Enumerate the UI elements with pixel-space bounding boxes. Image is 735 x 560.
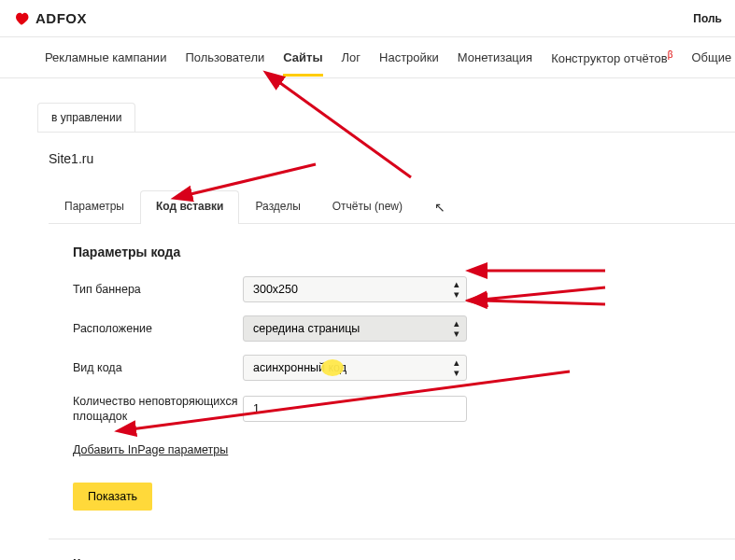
label-banner-type: Тип баннера bbox=[73, 283, 243, 296]
link-add-inpage[interactable]: Добавить InPage параметры bbox=[73, 443, 228, 456]
label-code-kind: Вид кода bbox=[73, 361, 243, 374]
subtab-managed[interactable]: в управлении bbox=[37, 103, 135, 132]
input-slot-count[interactable] bbox=[243, 396, 467, 422]
nav-report-builder[interactable]: Конструктор отчётовβ bbox=[551, 38, 672, 77]
site-name: Site1.ru bbox=[49, 151, 735, 166]
main-nav: Рекламные кампании Пользователи Сайты Ло… bbox=[0, 37, 735, 78]
nav-monetization[interactable]: Монетизация bbox=[458, 39, 532, 76]
nav-report-builder-label: Конструктор отчётов bbox=[551, 51, 668, 65]
label-slot-count: Количество неповторяющихся площадок bbox=[73, 394, 243, 425]
nav-log[interactable]: Лог bbox=[342, 39, 361, 76]
nav-common-reports[interactable]: Общие отчёты bbox=[691, 39, 735, 76]
select-banner-type[interactable]: 300x250 bbox=[243, 276, 467, 302]
brand-logo[interactable]: ADFOX bbox=[13, 10, 87, 27]
nav-users[interactable]: Пользователи bbox=[185, 39, 264, 76]
tab-reports-new[interactable]: Отчёты (new) bbox=[317, 190, 418, 223]
select-code-kind[interactable]: асинхронный код bbox=[243, 355, 467, 381]
output-heading: Код вставки bbox=[73, 556, 735, 561]
detach-icon[interactable]: ↖ bbox=[418, 190, 461, 223]
brand-name: ADFOX bbox=[35, 10, 87, 26]
tab-params[interactable]: Параметры bbox=[49, 190, 140, 223]
nav-settings[interactable]: Настройки bbox=[379, 39, 439, 76]
tab-sections[interactable]: Разделы bbox=[239, 190, 316, 223]
label-placement: Расположение bbox=[73, 322, 243, 335]
user-menu[interactable]: Поль bbox=[693, 12, 722, 25]
tab-embed-code[interactable]: Код вставки bbox=[140, 190, 240, 223]
nav-sites[interactable]: Сайты bbox=[283, 39, 322, 76]
nav-campaigns[interactable]: Рекламные кампании bbox=[45, 39, 166, 76]
show-button[interactable]: Показать bbox=[73, 483, 152, 511]
adfox-logo-icon bbox=[13, 10, 30, 27]
beta-badge: β bbox=[668, 49, 673, 60]
select-placement[interactable]: середина страницы bbox=[243, 315, 467, 342]
panel-heading: Параметры кода bbox=[73, 245, 735, 259]
